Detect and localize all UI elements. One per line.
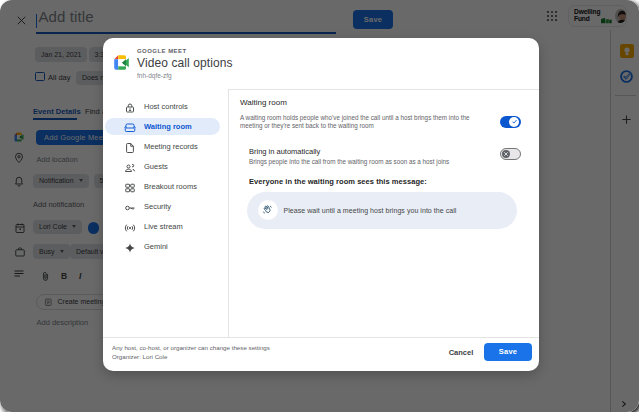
footer-note-line: Any host, co-host, or organizer can chan… (112, 343, 270, 352)
google-meet-logo (113, 54, 130, 71)
waiting-message-text: Please wait until a meeting host brings … (284, 207, 457, 214)
nav-item-host-controls[interactable]: Host controls (103, 96, 228, 116)
dialog-title: Video call options (137, 56, 233, 70)
waiting-room-heading: Waiting room (240, 98, 287, 107)
dialog-save-button[interactable]: Save (484, 343, 532, 362)
nav-item-security[interactable]: Security (103, 196, 228, 216)
footer-divider (103, 337, 539, 338)
breakout-rooms-icon (124, 180, 136, 192)
nav-item-guests[interactable]: Guests (103, 156, 228, 176)
guests-icon (124, 160, 136, 172)
bring-in-toggle[interactable] (500, 148, 521, 161)
screenshot-frame: Add title Save Dwelling Fund (0, 0, 639, 412)
footer-note: Any host, co-host, or organizer can chan… (112, 343, 270, 362)
cancel-button[interactable]: Cancel (441, 344, 481, 360)
dialog-nav: Host controls Waiting room Meeting recor… (103, 96, 228, 256)
meeting-records-icon (124, 140, 136, 152)
nav-item-live-stream[interactable]: Live stream (103, 216, 228, 236)
sidebar-divider (228, 89, 229, 337)
waiting-room-toggle[interactable] (500, 116, 521, 129)
waiting-room-icon (124, 120, 136, 132)
meeting-code: fnh-dqfe-zfg (137, 72, 172, 79)
waiting-room-description: A waiting room holds people who've joine… (240, 114, 492, 131)
video-call-options-dialog: GOOGLE MEET Video call options fnh-dqfe-… (103, 38, 539, 371)
footer-organizer: Organizer: Lori Cole (112, 352, 270, 361)
nav-item-meeting-records[interactable]: Meeting records (103, 136, 228, 156)
security-key-icon (124, 200, 136, 212)
nav-item-gemini[interactable]: Gemini (103, 236, 228, 256)
nav-item-breakout-rooms[interactable]: Breakout rooms (103, 176, 228, 196)
waiting-message-box: Please wait until a meeting host brings … (247, 192, 517, 229)
host-controls-lock-icon (124, 100, 136, 112)
header-divider (228, 89, 539, 90)
waiting-message-label: Everyone in the waiting room sees this m… (249, 177, 427, 186)
bring-in-description: Brings people into the call from the wai… (249, 158, 449, 165)
dialog-eyebrow: GOOGLE MEET (137, 48, 187, 54)
nav-item-waiting-room[interactable]: Waiting room (103, 116, 228, 136)
waving-hand-icon (258, 200, 278, 220)
live-stream-icon (124, 220, 136, 232)
bring-in-title: Bring in automatically (249, 147, 320, 156)
gemini-sparkle-icon (124, 240, 136, 252)
